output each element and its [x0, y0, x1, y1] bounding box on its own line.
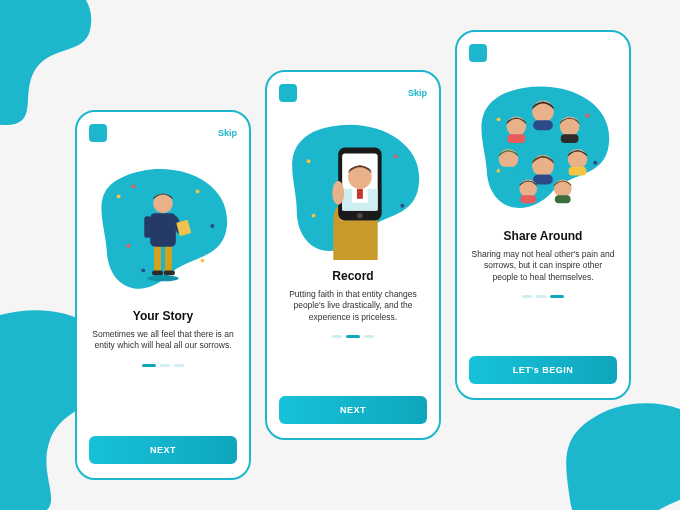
svg-point-3: [210, 224, 214, 228]
skip-button[interactable]: Skip: [408, 88, 427, 98]
app-icon: [469, 44, 487, 62]
svg-point-23: [357, 212, 363, 218]
svg-point-47: [554, 179, 572, 197]
svg-point-4: [126, 243, 130, 247]
svg-rect-10: [152, 270, 163, 275]
begin-button[interactable]: LET's BEGIN: [469, 356, 617, 384]
svg-point-0: [117, 194, 121, 198]
svg-point-43: [568, 148, 588, 168]
onboarding-screen-2: Skip: [265, 70, 441, 440]
screen-content: Record Putting faith in that entity chan…: [279, 269, 427, 338]
svg-rect-48: [555, 195, 571, 203]
svg-rect-40: [500, 166, 518, 175]
screen-description: Sometimes we all feel that there is an e…: [89, 329, 237, 352]
svg-point-18: [393, 154, 397, 158]
illustration-share-around: [469, 68, 617, 223]
svg-point-33: [532, 100, 554, 122]
svg-point-6: [141, 268, 145, 272]
svg-point-28: [332, 181, 344, 205]
screen-header: Skip: [279, 82, 427, 104]
svg-point-20: [312, 213, 316, 217]
svg-rect-46: [520, 195, 536, 203]
app-icon: [279, 84, 297, 102]
screen-content: Share Around Sharing may not heal other'…: [469, 229, 617, 298]
onboarding-screen-1: Skip: [75, 110, 251, 480]
svg-rect-34: [533, 120, 553, 130]
skip-button[interactable]: Skip: [218, 128, 237, 138]
svg-point-29: [497, 117, 501, 121]
screen-title: Share Around: [469, 229, 617, 243]
app-icon: [89, 124, 107, 142]
svg-point-31: [593, 160, 597, 164]
svg-point-1: [131, 184, 135, 188]
onboarding-screen-3: Share Around Sharing may not heal other'…: [455, 30, 631, 400]
svg-rect-13: [144, 216, 151, 238]
svg-rect-8: [154, 242, 161, 272]
svg-rect-42: [533, 174, 553, 184]
illustration-your-story: [89, 148, 237, 303]
svg-point-30: [585, 113, 589, 117]
svg-point-7: [147, 275, 179, 281]
screen-description: Sharing may not heal other's pain and so…: [469, 249, 617, 283]
screen-content: Your Story Sometimes we all feel that th…: [89, 309, 237, 367]
svg-point-17: [307, 159, 311, 163]
screen-title: Your Story: [89, 309, 237, 323]
svg-rect-27: [357, 188, 363, 198]
svg-rect-9: [165, 242, 172, 272]
screen-title: Record: [279, 269, 427, 283]
screen-header: Skip: [89, 122, 237, 144]
svg-point-35: [506, 116, 526, 136]
svg-point-19: [400, 203, 404, 207]
svg-rect-11: [164, 270, 175, 275]
svg-point-39: [499, 148, 519, 168]
svg-rect-38: [561, 134, 579, 143]
screen-description: Putting faith in that entity changes peo…: [279, 289, 427, 323]
svg-point-45: [519, 179, 537, 197]
svg-point-37: [560, 116, 580, 136]
screen-header: [469, 42, 617, 64]
next-button[interactable]: NEXT: [89, 436, 237, 464]
svg-point-41: [532, 154, 554, 176]
svg-rect-44: [569, 166, 587, 175]
next-button[interactable]: NEXT: [279, 396, 427, 424]
illustration-record: [279, 108, 427, 263]
svg-rect-36: [507, 134, 525, 143]
svg-point-5: [200, 258, 204, 262]
svg-point-2: [196, 189, 200, 193]
